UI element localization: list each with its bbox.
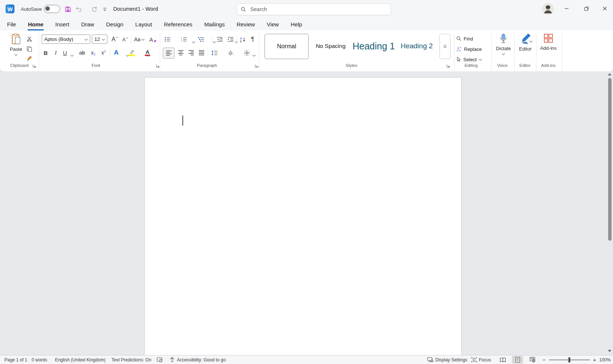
caret-down-icon: [126, 37, 128, 39]
underline-button[interactable]: U: [61, 48, 69, 58]
redo-button[interactable]: [90, 5, 99, 14]
styles-dialog-launcher[interactable]: [446, 64, 451, 68]
style-heading-1-label: Heading 1: [353, 41, 395, 52]
font-color-button[interactable]: A: [143, 48, 152, 58]
scrollbar-thumb[interactable]: [608, 78, 612, 241]
superscript-button[interactable]: x2: [99, 48, 108, 58]
search-icon: [241, 7, 246, 12]
paste-button[interactable]: Paste: [7, 33, 25, 62]
add-ins-button[interactable]: Add-ins: [538, 33, 559, 62]
word-count[interactable]: 0 words: [32, 355, 47, 364]
print-layout-button[interactable]: [512, 356, 523, 364]
text-effects-button[interactable]: A: [111, 48, 121, 58]
styles-gallery-more-button[interactable]: [440, 34, 451, 59]
shading-button[interactable]: [226, 48, 236, 58]
tab-help[interactable]: Help: [290, 20, 302, 29]
page-indicator[interactable]: Page 1 of 1: [4, 355, 27, 364]
zoom-in-button[interactable]: +: [593, 355, 596, 364]
italic-button[interactable]: I: [51, 48, 60, 58]
copy-button[interactable]: [25, 44, 34, 53]
search-box[interactable]: [237, 3, 391, 15]
format-painter-button[interactable]: [25, 53, 34, 63]
undo-button[interactable]: [74, 5, 83, 14]
shrink-font-button[interactable]: A: [120, 35, 130, 44]
text-predictions-toggle[interactable]: [157, 355, 163, 364]
change-case-button[interactable]: Aa: [132, 35, 146, 44]
line-spacing-chevron[interactable]: [253, 54, 256, 57]
style-normal[interactable]: Normal: [265, 34, 309, 59]
style-heading-1[interactable]: Heading 1: [353, 34, 395, 58]
language-indicator[interactable]: English (United Kingdom): [55, 355, 106, 364]
show-formatting-button[interactable]: ¶: [248, 35, 257, 44]
select-button[interactable]: Select: [456, 55, 482, 64]
bullets-button[interactable]: [163, 35, 172, 44]
replace-button[interactable]: bc Replace: [456, 45, 482, 53]
line-spacing-button[interactable]: [209, 48, 220, 58]
autosave-toggle[interactable]: [44, 5, 60, 13]
tab-mailings[interactable]: Mailings: [204, 20, 225, 29]
quick-access-toolbar-button[interactable]: [101, 5, 108, 14]
scroll-down-arrow[interactable]: [608, 350, 612, 352]
highlight-button[interactable]: [126, 48, 137, 58]
underline-options-chevron[interactable]: [71, 54, 74, 57]
cut-button[interactable]: [25, 34, 34, 44]
bullets-chevron[interactable]: [192, 40, 195, 43]
tab-review[interactable]: Review: [236, 20, 255, 29]
tab-layout[interactable]: Layout: [135, 20, 152, 29]
align-center-button[interactable]: [175, 48, 186, 58]
style-no-spacing[interactable]: No Spacing: [309, 34, 352, 58]
borders-button[interactable]: [242, 48, 252, 58]
justify-button[interactable]: [196, 48, 207, 58]
font-size-combo[interactable]: 12: [92, 35, 107, 44]
minimize-button[interactable]: [558, 0, 575, 17]
restore-button[interactable]: [578, 0, 594, 17]
paragraph-dialog-launcher[interactable]: [254, 64, 259, 68]
focus-mode-button[interactable]: Focus: [471, 355, 491, 364]
zoom-out-button[interactable]: −: [542, 355, 546, 364]
grow-font-button[interactable]: A: [110, 35, 120, 44]
zoom-percentage[interactable]: 100%: [599, 355, 611, 364]
search-input[interactable]: [250, 6, 387, 13]
editor-button[interactable]: Editor: [516, 33, 535, 62]
account-avatar[interactable]: [542, 3, 554, 15]
select-chevron[interactable]: [479, 58, 482, 61]
clear-formatting-button[interactable]: A: [148, 35, 158, 44]
font-name-combo[interactable]: Aptos (Body): [42, 35, 90, 44]
style-heading-2[interactable]: Heading 2: [396, 34, 438, 58]
dictate-button[interactable]: Dictate: [493, 33, 513, 62]
zoom-slider-thumb[interactable]: [568, 357, 570, 363]
sort-button[interactable]: AZ: [238, 35, 248, 44]
tab-design[interactable]: Design: [106, 20, 124, 29]
clipboard-dialog-launcher[interactable]: [32, 64, 37, 68]
align-left-button[interactable]: [163, 48, 175, 59]
increase-indent-button[interactable]: [225, 35, 236, 44]
tab-insert[interactable]: Insert: [55, 20, 70, 29]
bold-button[interactable]: B: [41, 48, 51, 58]
close-button[interactable]: [597, 0, 613, 17]
decrease-indent-button[interactable]: [214, 35, 225, 44]
accessibility-status[interactable]: Accessibility: Good to go: [169, 355, 226, 364]
web-layout-button[interactable]: [527, 355, 538, 364]
save-button[interactable]: [64, 5, 72, 13]
find-button[interactable]: Find: [456, 34, 473, 43]
tab-home[interactable]: Home: [27, 20, 44, 29]
strikethrough-button[interactable]: ab: [77, 48, 88, 58]
tab-draw[interactable]: Draw: [81, 20, 94, 29]
vertical-scrollbar[interactable]: [607, 71, 613, 355]
text-predictions-indicator[interactable]: Text Predictions: On: [111, 355, 151, 364]
tab-file[interactable]: File: [7, 20, 16, 29]
align-right-button[interactable]: [186, 48, 196, 58]
display-settings-button[interactable]: Display Settings: [427, 355, 467, 364]
select-label: Select: [463, 57, 477, 62]
focus-icon: [471, 357, 477, 363]
tab-view[interactable]: View: [266, 20, 279, 29]
tab-references[interactable]: References: [163, 20, 193, 29]
svg-text:W: W: [7, 6, 13, 12]
scroll-up-arrow[interactable]: [608, 73, 612, 75]
multilevel-list-button[interactable]: [196, 35, 206, 44]
numbering-button[interactable]: 123: [179, 35, 189, 44]
read-mode-button[interactable]: [497, 355, 508, 364]
document-page[interactable]: [145, 78, 461, 355]
subscript-button[interactable]: x2: [88, 48, 98, 58]
add-ins-label: Add-ins: [540, 45, 557, 51]
